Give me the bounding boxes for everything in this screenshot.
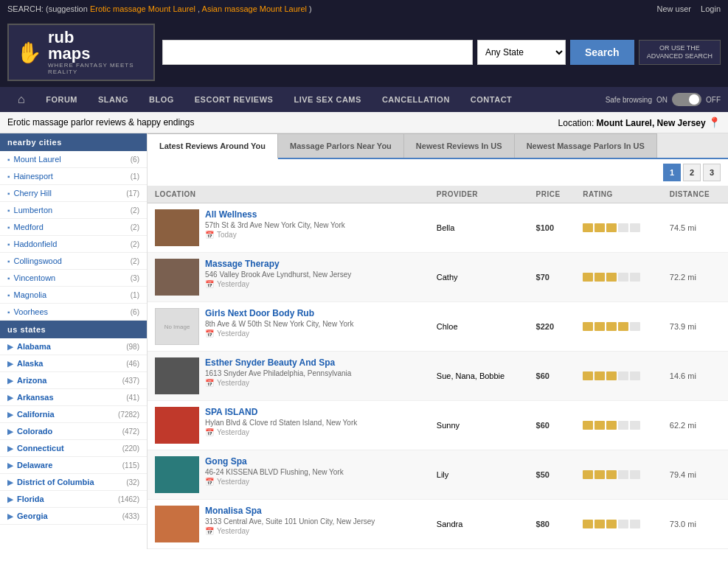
sidebar-state-alabama[interactable]: ▶ Alabama (98): [0, 338, 147, 355]
nav-slang[interactable]: SLANG: [88, 88, 139, 111]
page-1-button[interactable]: 1: [663, 164, 681, 181]
sidebar-item-hainesport[interactable]: Hainesport (1): [0, 168, 147, 185]
city-count-medford: (2): [131, 223, 139, 231]
table-row[interactable]: All Wellness 57th St & 3rd Ave New York …: [148, 203, 728, 253]
table-row[interactable]: SPA ISLAND Hylan Blvd & Clove rd Staten …: [148, 401, 728, 450]
sidebar-item-cherry-hill[interactable]: Cherry Hill (17): [0, 185, 147, 202]
table-row[interactable]: Esther Snyder Beauty And Spa 1613 Snyder…: [148, 352, 728, 401]
listing-name[interactable]: Monalisa Spa: [205, 506, 262, 516]
page-2-button[interactable]: 2: [683, 164, 701, 181]
sidebar-state-california[interactable]: ▶ California (7282): [0, 406, 147, 423]
search-label: SEARCH:: [7, 4, 44, 13]
sidebar-state-connecticut[interactable]: ▶ Connecticut (220): [0, 440, 147, 457]
new-user-link[interactable]: New user: [657, 4, 691, 13]
search-button[interactable]: Search: [570, 40, 634, 65]
off-label: OFF: [706, 96, 721, 104]
location-icon[interactable]: 📍: [708, 116, 721, 128]
nav-forum[interactable]: FORUM: [35, 88, 88, 111]
suggestion-link-1[interactable]: Erotic massage Mount Laurel: [90, 4, 195, 13]
city-name-voorhees: Voorhees: [7, 307, 48, 316]
location-prefix: Location:: [558, 118, 594, 128]
table-row[interactable]: Massage Therapy 546 Valley Brook Ave Lyn…: [148, 253, 728, 302]
toggle-thumb: [689, 94, 699, 105]
listing-address: 46-24 KISSENA BLVD Flushing, New York: [205, 468, 344, 476]
rating-block: [606, 223, 617, 232]
tab-latest-reviews[interactable]: Latest Reviews Around You: [148, 133, 278, 159]
sidebar-state-georgia[interactable]: ▶ Georgia (433): [0, 508, 147, 525]
breadcrumb-text: Erotic massage parlor reviews & happy en…: [7, 117, 194, 128]
state-select[interactable]: Any State: [477, 40, 566, 65]
sidebar-item-mount-laurel[interactable]: Mount Laurel (6): [0, 151, 147, 168]
sidebar-state-florida[interactable]: ▶ Florida (1462): [0, 491, 147, 508]
sidebar-item-haddonfield[interactable]: Haddonfield (2): [0, 236, 147, 253]
rating-block: [583, 322, 593, 331]
login-link[interactable]: Login: [701, 4, 721, 13]
rating-bar: [583, 520, 655, 528]
search-suggestion: SEARCH: (suggestion Erotic massage Mount…: [7, 4, 312, 13]
listing-name[interactable]: Esther Snyder Beauty And Spa: [205, 357, 335, 368]
sidebar-item-collingswood[interactable]: Collingswood (2): [0, 253, 147, 270]
sidebar-item-medford[interactable]: Medford (2): [0, 219, 147, 236]
state-name-dc: ▶ District of Columbia: [7, 478, 94, 486]
logo-rub: rub: [48, 29, 146, 46]
sidebar-item-vincentown[interactable]: Vincentown (3): [0, 270, 147, 287]
listing-date: 📅 Yesterday: [205, 379, 351, 387]
rating-bar: [583, 322, 655, 331]
state-name-arizona: ▶ Arizona: [7, 376, 46, 385]
sidebar-state-arizona[interactable]: ▶ Arizona (437): [0, 372, 147, 389]
tabs-row: Latest Reviews Around You Massage Parlor…: [148, 133, 728, 159]
rating-block: [618, 223, 628, 232]
sidebar-item-magnolia[interactable]: Magnolia (1): [0, 287, 147, 304]
city-name-collingswood: Collingswood: [7, 256, 62, 265]
city-count-magnolia: (1): [131, 291, 139, 299]
search-input[interactable]: [162, 40, 473, 65]
listing-name[interactable]: SPA ISLAND: [205, 407, 257, 417]
sidebar-item-lumberton[interactable]: Lumberton (2): [0, 202, 147, 219]
price-cell: $50: [529, 450, 576, 500]
sidebar-state-colorado[interactable]: ▶ Colorado (472): [0, 423, 147, 440]
location-cell: Gong Spa 46-24 KISSENA BLVD Flushing, Ne…: [148, 450, 429, 500]
tab-massage-parlors[interactable]: Massage Parlors Near You: [278, 133, 404, 158]
nav-cancellation[interactable]: CANCELLATION: [372, 88, 460, 111]
tab-newest-parlors-us[interactable]: Newest Massage Parlors In US: [515, 133, 657, 158]
listing-name[interactable]: Massage Therapy: [205, 259, 280, 269]
listing-name[interactable]: Gong Spa: [205, 456, 247, 467]
advanced-search-button[interactable]: OR USE THE ADVANCED SEARCH: [639, 40, 721, 65]
logo-box[interactable]: ✋ rub maps WHERE FANTASY MEETS REALITY: [7, 24, 155, 81]
table-row[interactable]: No Image Girls Next Door Body Rub 8th Av…: [148, 302, 728, 352]
page-3-button[interactable]: 3: [703, 164, 721, 181]
table-row[interactable]: Gong Spa 46-24 KISSENA BLVD Flushing, Ne…: [148, 450, 728, 500]
state-name-alaska: ▶ Alaska: [7, 359, 43, 368]
listing-address: 8th Ave & W 50th St New York City, New Y…: [205, 320, 353, 328]
sidebar-state-alaska[interactable]: ▶ Alaska (46): [0, 355, 147, 372]
rating-bar: [583, 421, 655, 430]
pagination: 1 2 3: [663, 164, 721, 181]
suggestion-link-2[interactable]: Asian massage Mount Laurel: [202, 4, 307, 13]
table-row[interactable]: Monalisa Spa 3133 Central Ave, Suite 101…: [148, 500, 728, 549]
rating-block: [583, 470, 593, 479]
header-row: ✋ rub maps WHERE FANTASY MEETS REALITY A…: [0, 18, 728, 87]
sidebar-state-dc[interactable]: ▶ District of Columbia (32): [0, 474, 147, 491]
sidebar-state-delaware[interactable]: ▶ Delaware (115): [0, 457, 147, 474]
safe-browsing-toggle[interactable]: [672, 93, 701, 106]
advanced-label-2: ADVANCED SEARCH: [647, 52, 713, 60]
price-cell: $100: [529, 203, 576, 253]
nav-blog[interactable]: BLOG: [139, 88, 184, 111]
city-count-haddonfield: (2): [131, 240, 139, 248]
tab-newest-reviews-us[interactable]: Newest Reviews In US: [404, 133, 515, 158]
price-cell: $60: [529, 401, 576, 450]
nav-contact[interactable]: CONTACT: [460, 88, 522, 111]
nav-live-sex-cams[interactable]: LIVE SEX CAMS: [283, 88, 371, 111]
logo-tagline: WHERE FANTASY MEETS REALITY: [48, 62, 146, 75]
search-area: Any State Search OR USE THE ADVANCED SEA…: [162, 40, 721, 65]
rating-block: [594, 421, 605, 430]
on-label: ON: [656, 96, 668, 104]
rating-block: [583, 520, 593, 528]
nav-home[interactable]: ⌂: [7, 87, 35, 112]
listing-name[interactable]: All Wellness: [205, 209, 257, 220]
listing-name[interactable]: Girls Next Door Body Rub: [205, 308, 314, 318]
sidebar-item-voorhees[interactable]: Voorhees (6): [0, 304, 147, 321]
nav-escort-reviews[interactable]: ESCORT REVIEWS: [184, 88, 284, 111]
listing-address: 57th St & 3rd Ave New York City, New Yor…: [205, 221, 345, 229]
sidebar-state-arkansas[interactable]: ▶ Arkansas (41): [0, 389, 147, 406]
